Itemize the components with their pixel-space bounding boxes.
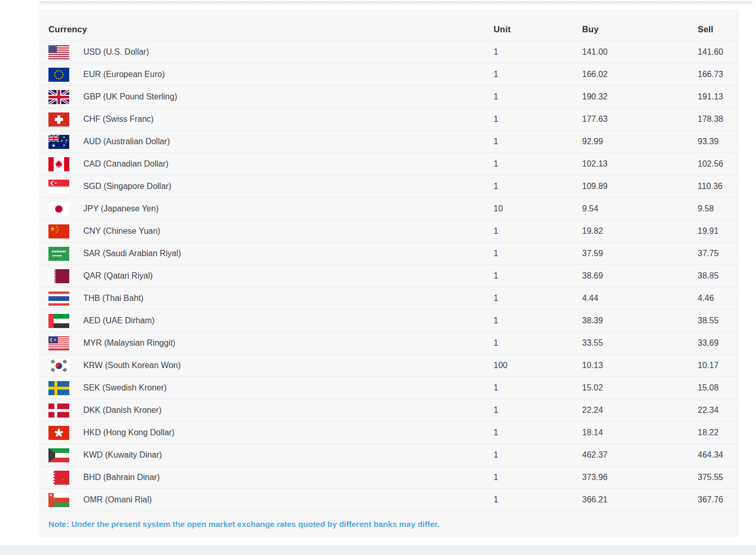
table-row: AUD (Australian Dollar)192.9993.39 [39,130,739,153]
buy-value: 38.39 [582,316,698,325]
unit-value: 1 [494,473,582,482]
sell-value: 178.38 [698,115,739,124]
currency-cell: KWD (Kuwaity Dinar) [48,448,494,462]
buy-value: 177.63 [582,115,698,124]
unit-value: 1 [494,495,582,504]
buy-value: 102.13 [582,159,698,169]
table-row: AED (UAE Dirham)138.3938.55 [39,309,739,332]
table-row: GBP (UK Pound Sterling)1190.32191.13 [39,85,739,108]
flag-sgd-icon [48,180,69,194]
currency-cell: CAD (Canadian Dollar) [48,157,494,171]
sell-value: 9.58 [698,204,739,213]
unit-value: 1 [494,137,582,146]
sell-value: 19.91 [698,226,739,236]
table-header-row: Currency Unit Buy Sell [39,9,739,41]
currency-cell: BHD (Bahrain Dinar) [48,471,494,485]
buy-value: 462.37 [582,450,698,460]
buy-value: 19.82 [582,226,698,236]
currency-label: KWD (Kuwaity Dinar) [83,450,162,460]
table-row: QAR (Qatari Riyal)138.6938.85 [39,264,739,287]
currency-cell: EUR (European Euro) [48,68,494,82]
sell-value: 22.34 [698,406,739,415]
unit-value: 1 [494,450,582,460]
table-row: EUR (European Euro)1166.02166.73 [39,63,739,85]
currency-label: QAR (Qatari Riyal) [83,271,153,281]
header-currency: Currency [48,24,494,34]
flag-usd-icon [48,45,69,59]
table-row: SAR (Saudi Arabian Riyal)137.5937.75 [39,242,739,264]
flag-cny-icon [48,224,69,238]
sell-value: 93.39 [698,137,739,146]
buy-value: 166.02 [582,70,698,79]
currency-label: AUD (Australian Dollar) [83,137,170,146]
table-row: CHF (Swiss Franc)1177.63178.38 [39,108,739,130]
buy-value: 18.14 [582,428,698,437]
header-unit: Unit [494,24,582,34]
flag-jpy-icon [48,202,69,216]
currency-label: CAD (Canadian Dollar) [83,159,169,169]
currency-label: EUR (European Euro) [83,70,165,79]
buy-value: 190.32 [582,92,698,102]
flag-qar-icon [48,269,69,283]
unit-value: 1 [494,182,582,191]
unit-value: 1 [494,428,582,437]
currency-label: DKK (Danish Kroner) [83,406,161,415]
table-row: OMR (Omani Rial)1366.21367.76 [39,488,739,511]
unit-value: 10 [494,204,582,213]
flag-aud-icon [48,135,69,149]
currency-cell: USD (U.S. Dollar) [48,45,494,59]
header-buy: Buy [582,24,698,34]
sell-value: 15.08 [698,383,739,393]
currency-cell: MYR (Malaysian Ringgit) [48,336,494,350]
flag-omr-icon [48,493,69,507]
sell-value: 141.60 [698,47,739,57]
flag-sar-icon [48,247,69,261]
table-row: CAD (Canadian Dollar)1102.13102.56 [39,153,739,175]
flag-gbp-icon [48,90,69,104]
currency-label: AED (UAE Dirham) [83,316,155,325]
unit-value: 100 [494,361,582,370]
unit-value: 1 [494,70,582,79]
buy-value: 10.13 [582,361,698,370]
currency-label: SGD (Singapore Dollar) [83,182,171,191]
table-row: SGD (Singapore Dollar)1109.89110.36 [39,175,739,197]
currency-label: SAR (Saudi Arabian Riyal) [83,249,181,258]
table-body: USD (U.S. Dollar)1141.00141.60EUR (Europ… [39,41,739,511]
buy-value: 9.54 [582,204,698,213]
exchange-rates-panel: Currency Unit Buy Sell USD (U.S. Dollar)… [39,9,739,537]
sell-value: 166.73 [698,70,739,79]
unit-value: 1 [494,294,582,303]
flag-cad-icon [48,157,69,171]
flag-thb-icon [48,292,69,306]
flag-myr-icon [48,336,69,350]
buy-value: 92.99 [582,137,698,146]
currency-label: MYR (Malaysian Ringgit) [83,338,175,348]
bottom-strip [0,546,756,555]
sell-value: 110.36 [698,182,739,191]
currency-cell: CNY (Chinese Yuan) [48,224,494,238]
flag-krw-icon [48,359,69,373]
table-row: KRW (South Korean Won)10010.1310.17 [39,354,739,376]
buy-value: 141.00 [582,47,698,57]
unit-value: 1 [494,383,582,393]
currency-cell: HKD (Hong Kong Dollar) [48,426,494,440]
sell-value: 33.69 [698,338,739,348]
flag-bhd-icon [48,471,69,485]
buy-value: 4.44 [582,294,698,303]
unit-value: 1 [494,249,582,258]
currency-label: JPY (Japanese Yen) [83,204,159,213]
currency-cell: OMR (Omani Rial) [48,493,494,507]
sell-value: 102.56 [698,159,739,169]
table-row: MYR (Malaysian Ringgit)133.5533.69 [39,332,739,354]
table-row: CNY (Chinese Yuan)119.8219.91 [39,220,739,242]
currency-label: CNY (Chinese Yuan) [83,226,160,236]
currency-cell: DKK (Danish Kroner) [48,403,494,418]
table-row: THB (Thai Baht)14.444.46 [39,287,739,309]
currency-cell: AUD (Australian Dollar) [48,135,494,149]
currency-cell: GBP (UK Pound Sterling) [48,90,494,104]
buy-value: 38.69 [582,271,698,281]
currency-cell: KRW (South Korean Won) [48,359,494,373]
currency-cell: CHF (Swiss Franc) [48,112,494,127]
unit-value: 1 [494,47,582,57]
table-row: DKK (Danish Kroner)122.2422.34 [39,399,739,421]
